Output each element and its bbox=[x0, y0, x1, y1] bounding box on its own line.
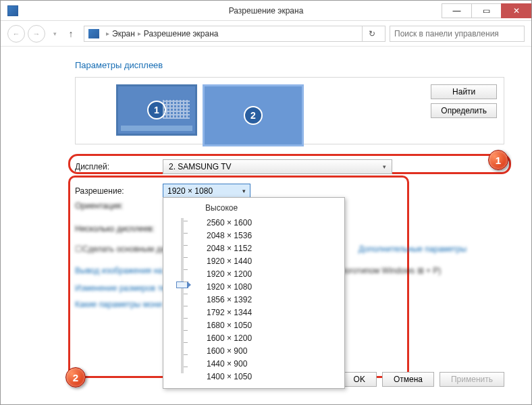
resolution-option[interactable]: 2560 × 1600 bbox=[207, 217, 338, 229]
close-button[interactable]: ✕ bbox=[501, 3, 531, 18]
minimize-button[interactable]: — bbox=[442, 3, 472, 18]
callout-2: 2 bbox=[65, 367, 86, 387]
app-icon bbox=[7, 5, 18, 16]
resolution-option[interactable]: 1440 × 900 bbox=[207, 358, 338, 370]
cancel-button[interactable]: Отмена bbox=[382, 372, 434, 387]
resolution-option[interactable]: 1600 × 900 bbox=[207, 345, 338, 357]
display-label: Дисплей: bbox=[75, 162, 163, 171]
advanced-link[interactable]: Дополнительные параметры bbox=[358, 244, 467, 254]
orientation-label: Ориентация: bbox=[75, 201, 163, 211]
which-link[interactable]: Какие параметры мони bbox=[75, 300, 162, 309]
resolution-option[interactable]: 1920 × 1080 bbox=[207, 281, 338, 293]
find-button[interactable]: Найти bbox=[431, 84, 497, 99]
display-select[interactable]: 2. SAMSUNG TV ▾ bbox=[163, 159, 392, 174]
apply-button[interactable]: Применить bbox=[440, 372, 504, 387]
resolution-slider[interactable] bbox=[170, 217, 194, 383]
folder-icon bbox=[88, 29, 99, 38]
up-button[interactable]: ↑ bbox=[62, 25, 80, 43]
window-title: Разрешение экрана bbox=[229, 6, 304, 16]
slider-handle[interactable] bbox=[176, 281, 188, 288]
history-dropdown[interactable]: ▾ bbox=[53, 30, 57, 37]
dropdown-title: Высокое bbox=[205, 203, 338, 213]
back-button[interactable]: ← bbox=[7, 25, 25, 43]
monitor-2[interactable]: 2 bbox=[203, 84, 304, 146]
resolution-dropdown: Высокое 2560 × 16002048 × 15362048 × 115… bbox=[163, 197, 345, 389]
resolution-option[interactable]: 1680 × 1050 bbox=[207, 319, 338, 331]
resolution-option[interactable]: 2048 × 1152 bbox=[207, 242, 338, 254]
resolution-option[interactable]: 2048 × 1536 bbox=[207, 230, 338, 242]
detect-button[interactable]: Определить bbox=[431, 103, 497, 118]
breadcrumb[interactable]: ▸ Экран ▸ Разрешение экрана ↻ bbox=[84, 26, 385, 42]
resolution-option[interactable]: 1856 × 1392 bbox=[207, 294, 338, 306]
search-input[interactable] bbox=[390, 26, 525, 42]
monitor-1[interactable]: 1 bbox=[116, 84, 197, 136]
resize-link[interactable]: Изменение размеров те bbox=[75, 284, 165, 293]
chevron-down-icon: ▾ bbox=[242, 188, 246, 194]
chevron-down-icon: ▾ bbox=[383, 163, 386, 170]
resolution-option[interactable]: 1920 × 1440 bbox=[207, 255, 338, 267]
resolution-option[interactable]: 1400 × 1050 bbox=[207, 371, 338, 383]
output-link[interactable]: Вывод изображения на bbox=[75, 266, 163, 275]
resolution-option[interactable]: 1600 × 1200 bbox=[207, 332, 338, 344]
callout-1: 1 bbox=[488, 150, 508, 170]
forward-button[interactable]: → bbox=[28, 25, 45, 43]
section-title: Параметры дисплеев bbox=[75, 60, 504, 70]
refresh-icon[interactable]: ↻ bbox=[362, 26, 381, 42]
resolution-select[interactable]: 1920 × 1080 ▾ bbox=[163, 184, 250, 198]
resolution-option[interactable]: 1792 × 1344 bbox=[207, 306, 338, 319]
crumb-resolution[interactable]: Разрешение экрана bbox=[144, 29, 219, 38]
ok-button[interactable]: OK bbox=[342, 372, 377, 387]
resolution-label: Разрешение: bbox=[75, 186, 163, 196]
maximize-button[interactable]: ▭ bbox=[471, 3, 502, 18]
crumb-screen[interactable]: Экран bbox=[112, 29, 135, 38]
resolution-option[interactable]: 1920 × 1200 bbox=[207, 268, 338, 280]
display-preview: 1 2 Найти Определить bbox=[75, 77, 504, 144]
